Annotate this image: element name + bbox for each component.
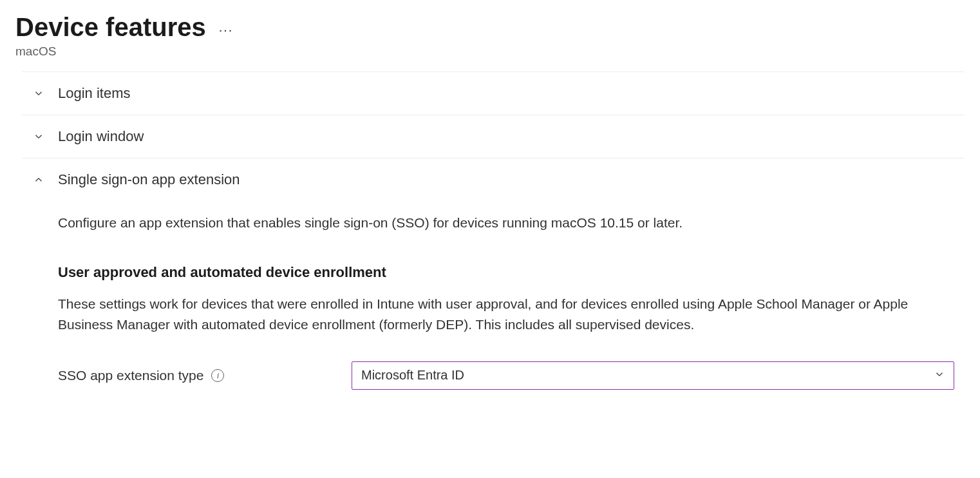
accordion-item-sso-extension: Single sign-on app extension Configure a… bbox=[22, 158, 965, 403]
accordion-label: Login items bbox=[58, 85, 131, 102]
sso-type-row: SSO app extension type i Microsoft Entra… bbox=[58, 361, 954, 390]
accordion-header-login-items[interactable]: Login items bbox=[22, 72, 965, 115]
info-icon[interactable]: i bbox=[211, 369, 224, 382]
accordion-header-login-window[interactable]: Login window bbox=[22, 115, 965, 158]
sso-type-label-wrap: SSO app extension type i bbox=[58, 368, 341, 383]
enrollment-heading: User approved and automated device enrol… bbox=[58, 264, 954, 281]
more-icon[interactable]: ··· bbox=[219, 17, 234, 37]
accordion-header-sso-extension[interactable]: Single sign-on app extension bbox=[22, 158, 965, 201]
chevron-up-icon bbox=[32, 173, 45, 186]
accordion-content-sso: Configure an app extension that enables … bbox=[22, 201, 965, 403]
accordion: Login items Login window Single sign-on … bbox=[22, 72, 965, 403]
page-title: Device features bbox=[15, 13, 206, 42]
chevron-down-icon bbox=[32, 130, 45, 143]
accordion-item-login-window: Login window bbox=[22, 115, 965, 158]
sso-type-label: SSO app extension type bbox=[58, 368, 203, 383]
accordion-item-login-items: Login items bbox=[22, 72, 965, 115]
enrollment-text: These settings work for devices that wer… bbox=[58, 294, 954, 336]
page-subtitle: macOS bbox=[15, 44, 965, 59]
sso-description: Configure an app extension that enables … bbox=[58, 213, 954, 233]
accordion-label: Login window bbox=[58, 128, 144, 145]
sso-type-value: Microsoft Entra ID bbox=[361, 368, 464, 383]
sso-type-select[interactable]: Microsoft Entra ID bbox=[352, 361, 954, 390]
accordion-label: Single sign-on app extension bbox=[58, 171, 240, 188]
sso-type-select-wrap: Microsoft Entra ID bbox=[352, 361, 954, 390]
chevron-down-icon bbox=[32, 87, 45, 100]
